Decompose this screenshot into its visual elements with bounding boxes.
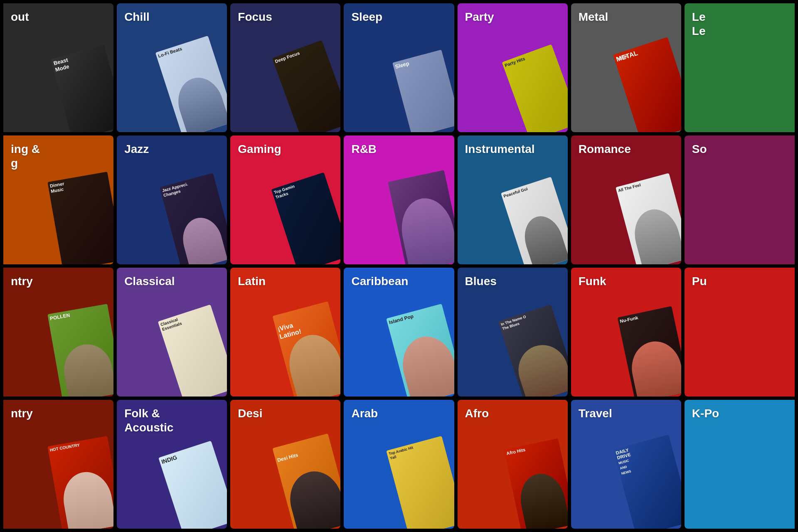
card-rnb[interactable]: R&B are & Bo (344, 135, 454, 264)
card-latin[interactable]: Latin ¡VivaLatino! (230, 268, 340, 397)
card-workout[interactable]: out BeastMode (3, 3, 113, 132)
card-afro-label: Afro (465, 406, 489, 421)
card-blues-label: Blues (465, 274, 497, 288)
card-instrumental-label: Instrumental (465, 142, 535, 156)
card-desi[interactable]: Desi Desi Hits (230, 400, 340, 529)
card-country[interactable]: ntry POLLEN (3, 268, 113, 397)
card-kpop[interactable]: K-Po (685, 400, 795, 529)
card-metal-label: Metal (579, 10, 608, 24)
card-dance-label: ing &g (11, 142, 40, 170)
card-le-label: LeLe (692, 10, 706, 38)
card-arab[interactable]: Arab Top Arabic HitYall (344, 400, 454, 529)
card-classical[interactable]: Classical ClassicalEssentials (117, 268, 227, 397)
card-kpop-label: K-Po (692, 406, 719, 421)
genre-grid: out BeastMode Chill Lo-Fi Beats Focus De… (0, 0, 798, 532)
card-chill[interactable]: Chill Lo-Fi Beats (117, 3, 227, 132)
card-country2[interactable]: ntry HOT COUNTRY (3, 400, 113, 529)
card-sleep[interactable]: Sleep Sleep (344, 3, 454, 132)
card-gaming-label: Gaming (238, 142, 281, 156)
card-soul-label: So (692, 142, 707, 156)
card-romance-label: Romance (579, 142, 631, 156)
card-romance[interactable]: Romance All The Feel (571, 135, 681, 264)
card-dance[interactable]: ing &g DinnerMusic (3, 135, 113, 264)
card-party[interactable]: Party Party Hits (458, 3, 568, 132)
card-classical-label: Classical (124, 274, 175, 288)
card-country-label: ntry (11, 274, 33, 288)
card-desi-label: Desi (238, 406, 262, 421)
card-le[interactable]: LeLe (685, 3, 795, 132)
card-funk[interactable]: Funk Nu-Funk (571, 268, 681, 397)
card-caribbean[interactable]: Caribbean Island Pop (344, 268, 454, 397)
card-focus-label: Focus (238, 10, 272, 24)
card-gaming[interactable]: Gaming Top GaminTracks (230, 135, 340, 264)
card-folk[interactable]: Folk &Acoustic INDIG (117, 400, 227, 529)
card-latin-label: Latin (238, 274, 266, 288)
card-rnb-label: R&B (351, 142, 377, 156)
card-funk-label: Funk (579, 274, 606, 288)
card-party-label: Party (465, 10, 494, 24)
card-metal[interactable]: Metal METAL KICK (571, 3, 681, 132)
card-afro[interactable]: Afro Afro Hits (458, 400, 568, 529)
card-travel[interactable]: Travel DAILYDRIVEMUSICANDNEWS (571, 400, 681, 529)
card-punk-label: Pu (692, 274, 707, 288)
card-arab-label: Arab (351, 406, 378, 421)
card-blues[interactable]: Blues In The Name OThe Blues (458, 268, 568, 397)
card-instrumental[interactable]: Instrumental Peaceful Gui (458, 135, 568, 264)
card-chill-label: Chill (124, 10, 150, 24)
card-jazz[interactable]: Jazz Jazz Appreci.Changes (117, 135, 227, 264)
card-workout-label: out (11, 10, 29, 24)
card-folk-label: Folk &Acoustic (124, 406, 173, 434)
card-caribbean-label: Caribbean (351, 274, 408, 288)
card-jazz-label: Jazz (124, 142, 149, 156)
card-focus[interactable]: Focus Deep Focus (230, 3, 340, 132)
card-country2-label: ntry (11, 406, 33, 421)
card-soul[interactable]: So (685, 135, 795, 264)
card-travel-label: Travel (579, 406, 612, 421)
card-sleep-label: Sleep (351, 10, 382, 24)
card-punk[interactable]: Pu (685, 268, 795, 397)
